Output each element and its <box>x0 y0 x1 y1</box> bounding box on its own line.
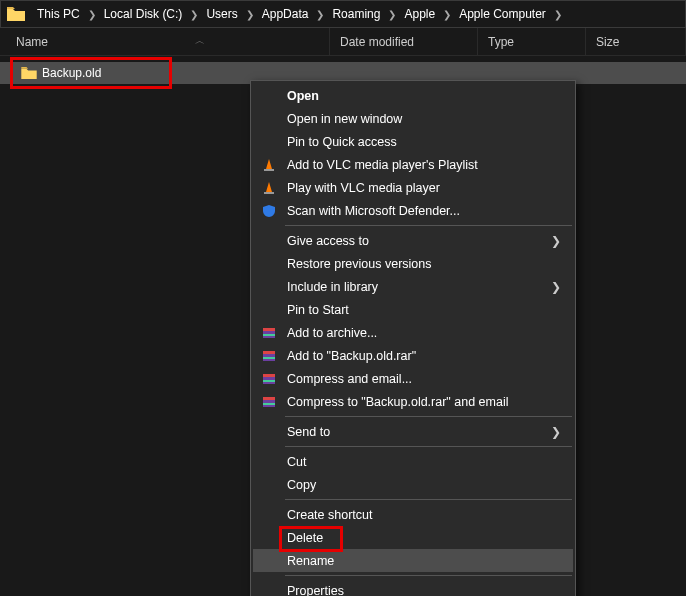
file-name-label: Backup.old <box>40 66 101 80</box>
column-header-size[interactable]: Size <box>586 28 686 55</box>
menu-give-access[interactable]: Give access to❯ <box>253 229 573 252</box>
chevron-right-icon: ❯ <box>551 425 561 439</box>
chevron-right-icon: ❯ <box>441 9 453 20</box>
chevron-right-icon: ❯ <box>551 234 561 248</box>
svg-rect-12 <box>263 397 275 400</box>
menu-vlc-play[interactable]: Play with VLC media player <box>253 176 573 199</box>
chevron-right-icon: ❯ <box>188 9 200 20</box>
svg-rect-7 <box>263 357 275 359</box>
breadcrumb-item[interactable]: Local Disk (C:) <box>98 1 189 27</box>
svg-rect-3 <box>263 328 275 331</box>
breadcrumb-item[interactable]: Roaming <box>326 1 386 27</box>
chevron-right-icon: ❯ <box>314 9 326 20</box>
svg-rect-13 <box>263 403 275 405</box>
menu-open-new-window[interactable]: Open in new window <box>253 107 573 130</box>
menu-compress-email[interactable]: Compress and email... <box>253 367 573 390</box>
breadcrumb-item[interactable]: This PC <box>31 1 86 27</box>
svg-rect-9 <box>263 374 275 377</box>
winrar-icon <box>260 347 278 365</box>
svg-rect-6 <box>263 351 275 354</box>
winrar-icon <box>260 370 278 388</box>
svg-rect-0 <box>264 169 274 171</box>
chevron-right-icon: ❯ <box>552 9 564 20</box>
menu-separator <box>285 225 572 226</box>
breadcrumb-bar[interactable]: This PC❯ Local Disk (C:)❯ Users❯ AppData… <box>0 0 686 28</box>
menu-separator <box>285 416 572 417</box>
menu-pin-quick-access[interactable]: Pin to Quick access <box>253 130 573 153</box>
menu-pin-start[interactable]: Pin to Start <box>253 298 573 321</box>
menu-copy[interactable]: Copy <box>253 473 573 496</box>
breadcrumb-item[interactable]: AppData <box>256 1 315 27</box>
chevron-right-icon: ❯ <box>244 9 256 20</box>
menu-send-to[interactable]: Send to❯ <box>253 420 573 443</box>
column-header-name[interactable]: Name <box>0 28 330 55</box>
menu-compress-rar-email[interactable]: Compress to "Backup.old.rar" and email <box>253 390 573 413</box>
chevron-right-icon: ❯ <box>386 9 398 20</box>
menu-add-archive[interactable]: Add to archive... <box>253 321 573 344</box>
breadcrumb-item[interactable]: Users <box>200 1 243 27</box>
folder-icon <box>18 67 40 79</box>
menu-rename[interactable]: Rename <box>253 549 573 572</box>
breadcrumb-item[interactable]: Apple Computer <box>453 1 552 27</box>
folder-icon <box>7 7 25 21</box>
breadcrumb-item[interactable]: Apple <box>398 1 441 27</box>
menu-separator <box>285 446 572 447</box>
menu-open[interactable]: Open <box>253 84 573 107</box>
chevron-right-icon: ❯ <box>551 280 561 294</box>
menu-separator <box>285 499 572 500</box>
menu-properties[interactable]: Properties <box>253 579 573 596</box>
menu-separator <box>285 575 572 576</box>
menu-include-library[interactable]: Include in library❯ <box>253 275 573 298</box>
winrar-icon <box>260 393 278 411</box>
winrar-icon <box>260 324 278 342</box>
vlc-icon <box>260 179 278 197</box>
context-menu: Open Open in new window Pin to Quick acc… <box>250 80 576 596</box>
column-header-type[interactable]: Type <box>478 28 586 55</box>
menu-restore-versions[interactable]: Restore previous versions <box>253 252 573 275</box>
menu-cut[interactable]: Cut <box>253 450 573 473</box>
svg-rect-1 <box>264 192 274 194</box>
vlc-icon <box>260 156 278 174</box>
file-list-area: ︿ Name Date modified Type Size Backup.ol… <box>0 28 686 84</box>
menu-add-rar[interactable]: Add to "Backup.old.rar" <box>253 344 573 367</box>
menu-create-shortcut[interactable]: Create shortcut <box>253 503 573 526</box>
svg-rect-4 <box>263 334 275 336</box>
menu-delete[interactable]: Delete <box>253 526 573 549</box>
chevron-right-icon: ❯ <box>86 9 98 20</box>
column-header-row: ︿ Name Date modified Type Size <box>0 28 686 56</box>
shield-icon <box>260 202 278 220</box>
menu-vlc-add-playlist[interactable]: Add to VLC media player's Playlist <box>253 153 573 176</box>
svg-rect-10 <box>263 380 275 382</box>
sort-indicator-icon: ︿ <box>195 34 205 48</box>
column-header-date[interactable]: Date modified <box>330 28 478 55</box>
menu-defender-scan[interactable]: Scan with Microsoft Defender... <box>253 199 573 222</box>
